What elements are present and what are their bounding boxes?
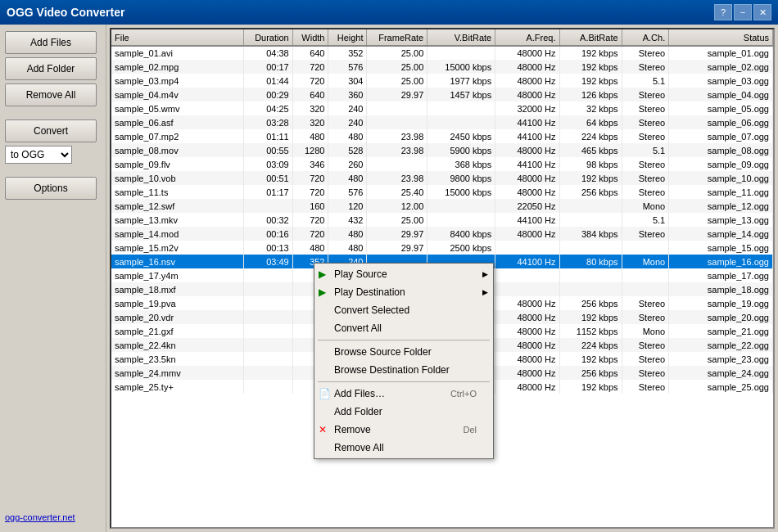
menu-item[interactable]: Browse Source Folder: [314, 343, 493, 361]
format-select[interactable]: to OGG to MP4 to AVI: [5, 146, 72, 164]
table-cell: 01:11: [243, 129, 292, 143]
table-cell: sample_20.ogg: [669, 310, 773, 324]
table-cell: 240: [328, 115, 367, 129]
menu-item[interactable]: 📄Add Files…Ctrl+O: [314, 385, 493, 403]
table-cell: 192 kbps: [559, 310, 622, 324]
menu-item[interactable]: Add Folder: [314, 403, 493, 421]
table-cell: 256 kbps: [559, 296, 622, 310]
add-files-button[interactable]: Add Files: [5, 31, 97, 54]
close-button[interactable]: ✕: [753, 4, 771, 20]
table-cell: [367, 115, 427, 129]
table-cell: 240: [328, 101, 367, 115]
table-row[interactable]: sample_13.mkv00:3272043225.0044100 Hz5.1…: [111, 213, 773, 227]
table-cell: sample_02.ogg: [669, 60, 773, 74]
table-row[interactable]: sample_05.wmv04:2532024032000 Hz32 kbpsS…: [111, 101, 773, 115]
table-cell: sample_06.asf: [111, 115, 243, 129]
menu-item[interactable]: ✕RemoveDel: [314, 421, 493, 439]
app-title: OGG Video Converter: [7, 6, 124, 19]
menu-item[interactable]: ▶Play Source: [314, 265, 493, 283]
menu-item[interactable]: Browse Destination Folder: [314, 361, 493, 379]
table-cell: Stereo: [622, 338, 669, 352]
table-row[interactable]: sample_15.m2v00:1348048029.972500 kbpssa…: [111, 241, 773, 255]
table-cell: 5.1: [622, 74, 669, 88]
table-cell: sample_02.mpg: [111, 60, 243, 74]
table-cell: 480: [328, 227, 367, 241]
table-cell: 2500 kbps: [427, 241, 495, 255]
menu-item[interactable]: Remove All: [314, 439, 493, 457]
menu-item[interactable]: Convert All: [314, 319, 493, 337]
convert-button[interactable]: Convert: [5, 119, 97, 142]
options-button[interactable]: Options: [5, 177, 97, 200]
col-width[interactable]: Width: [292, 29, 328, 46]
menu-item-label: Add Folder: [334, 406, 382, 417]
table-cell: [495, 282, 559, 296]
col-vbitrate[interactable]: V.BitRate: [427, 29, 495, 46]
table-cell: 04:25: [243, 101, 292, 115]
window-controls: ? − ✕: [714, 4, 771, 20]
table-cell: 64 kbps: [559, 115, 622, 129]
table-cell: [559, 213, 622, 227]
table-cell: 480: [292, 241, 328, 255]
table-cell: [243, 338, 292, 352]
table-cell: 23.98: [367, 143, 427, 157]
table-cell: 120: [328, 199, 367, 213]
table-cell: 48000 Hz: [495, 88, 559, 101]
file-table-wrapper: File Duration Width Height FrameRate V.B…: [110, 28, 775, 529]
table-cell: Mono: [622, 199, 669, 213]
table-row[interactable]: sample_09.flv03:09346260368 kbps44100 Hz…: [111, 157, 773, 171]
menu-item-icon: 📄: [319, 388, 331, 399]
table-cell: 48000 Hz: [495, 296, 559, 310]
col-afreq[interactable]: A.Freq.: [495, 29, 559, 46]
table-cell: 15000 kbps: [427, 185, 495, 199]
table-cell: 224 kbps: [559, 338, 622, 352]
table-cell: 44100 Hz: [495, 157, 559, 171]
col-file[interactable]: File: [111, 29, 243, 46]
col-height[interactable]: Height: [328, 29, 367, 46]
table-cell: 00:55: [243, 143, 292, 157]
website-link[interactable]: ogg-converter.net: [5, 509, 101, 525]
col-status[interactable]: Status: [669, 29, 773, 46]
add-folder-button[interactable]: Add Folder: [5, 57, 97, 80]
remove-all-button[interactable]: Remove All: [5, 83, 97, 106]
main-container: Add Files Add Folder Remove All Convert …: [0, 25, 778, 532]
table-cell: 1152 kbps: [559, 324, 622, 338]
table-row[interactable]: sample_12.swf16012012.0022050 HzMonosamp…: [111, 199, 773, 213]
table-cell: 48000 Hz: [495, 74, 559, 88]
col-duration[interactable]: Duration: [243, 29, 292, 46]
help-button[interactable]: ?: [714, 4, 732, 20]
table-cell: 9800 kbps: [427, 171, 495, 185]
col-abitrate[interactable]: A.BitRate: [559, 29, 622, 46]
table-cell: [495, 241, 559, 255]
table-cell: 192 kbps: [559, 171, 622, 185]
table-cell: [243, 296, 292, 310]
table-row[interactable]: sample_14.mod00:1672048029.978400 kbps48…: [111, 227, 773, 241]
table-cell: 256 kbps: [559, 366, 622, 380]
table-cell: 25.40: [367, 185, 427, 199]
menu-item[interactable]: ▶Play Destination: [314, 283, 493, 301]
table-row[interactable]: sample_11.ts01:1772057625.4015000 kbps48…: [111, 185, 773, 199]
table-cell: sample_17.y4m: [111, 268, 243, 282]
table-row[interactable]: sample_08.mov00:55128052823.985900 kbps4…: [111, 143, 773, 157]
col-ach[interactable]: A.Ch.: [622, 29, 669, 46]
table-row[interactable]: sample_04.m4v00:2964036029.971457 kbps48…: [111, 88, 773, 101]
table-row[interactable]: sample_01.avi04:3864035225.0048000 Hz192…: [111, 46, 773, 60]
table-cell: 29.97: [367, 88, 427, 101]
menu-item[interactable]: Convert Selected: [314, 301, 493, 319]
table-cell: sample_13.mkv: [111, 213, 243, 227]
table-row[interactable]: sample_02.mpg00:1772057625.0015000 kbps4…: [111, 60, 773, 74]
table-cell: 432: [328, 213, 367, 227]
table-cell: Stereo: [622, 352, 669, 366]
table-row[interactable]: sample_06.asf03:2832024044100 Hz64 kbpsS…: [111, 115, 773, 129]
menu-item-label: Add Files…: [334, 388, 385, 399]
minimize-button[interactable]: −: [734, 4, 752, 20]
table-cell: sample_11.ts: [111, 185, 243, 199]
table-cell: 640: [292, 46, 328, 60]
col-framerate[interactable]: FrameRate: [367, 29, 427, 46]
table-cell: 00:17: [243, 60, 292, 74]
table-row[interactable]: sample_10.vob00:5172048023.989800 kbps48…: [111, 171, 773, 185]
table-cell: 192 kbps: [559, 74, 622, 88]
table-cell: sample_23.ogg: [669, 352, 773, 366]
table-row[interactable]: sample_07.mp201:1148048023.982450 kbps44…: [111, 129, 773, 143]
table-row[interactable]: sample_03.mp401:4472030425.001977 kbps48…: [111, 74, 773, 88]
table-cell: 48000 Hz: [495, 352, 559, 366]
